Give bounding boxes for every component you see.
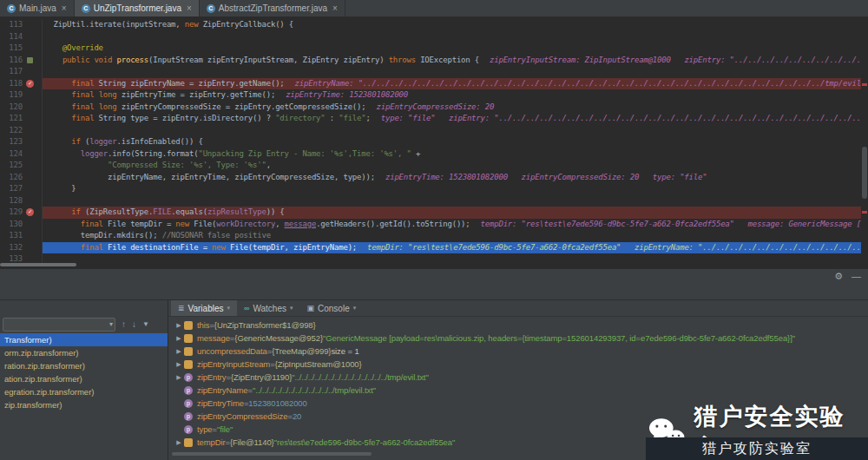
close-icon[interactable]: ×: [332, 3, 338, 13]
up-arrow-icon[interactable]: ↑: [122, 319, 126, 331]
code-segment: if: [71, 207, 80, 216]
field-icon: [184, 438, 193, 447]
code-text[interactable]: logger.info(String.format("Unpacking Zip…: [43, 148, 861, 161]
code-text[interactable]: }: [43, 183, 861, 195]
gutter-icon-slot: [23, 55, 42, 67]
editor-tab[interactable]: CUnZipTransformer.java×: [75, 0, 200, 16]
variable-row[interactable]: pzipEntryName = "../../../../../../../..…: [168, 384, 868, 397]
code-text[interactable]: final String type = zipEntry.isDirectory…: [43, 113, 861, 125]
code-text[interactable]: "Compressed Size: '%s', Type: '%s'",: [43, 160, 861, 172]
down-arrow-icon[interactable]: ↓: [132, 319, 136, 331]
tab-watches[interactable]: ∞Watches▾: [237, 300, 299, 316]
gutter-icon-slot: [23, 183, 42, 195]
code-text[interactable]: tempDir.mkdirs(); //NOSONAR false positi…: [43, 230, 861, 242]
tool-window-header: ⚙ —: [0, 268, 868, 300]
code-segment: File tempDir =: [103, 220, 176, 228]
code-editor[interactable]: 113 ZipUtil.iterate(inputStream, new Zip…: [0, 16, 868, 268]
gutter: 125: [0, 160, 43, 172]
expander-icon[interactable]: ▶: [174, 319, 184, 332]
gutter-icon-slot: [23, 230, 42, 242]
code-text[interactable]: if (ZipResultType.FILE.equals(zipResultT…: [43, 207, 861, 219]
code-text[interactable]: final long zipEntryCompressedSize = zipE…: [43, 102, 861, 114]
expander-icon[interactable]: ▶: [174, 436, 184, 449]
code-segment: .getHeaders().getId().toString());: [316, 220, 470, 228]
scrollbar-thumb[interactable]: [862, 147, 867, 199]
editor-horizontal-scrollbar[interactable]: [0, 263, 861, 267]
editor-lines: 113 ZipUtil.iterate(inputStream, new Zip…: [0, 19, 861, 266]
gutter: 124: [0, 148, 43, 161]
code-text[interactable]: [43, 66, 861, 78]
variable-text: {ZipInputStream@1000}: [275, 358, 362, 371]
tab-label: Watches: [253, 304, 286, 313]
expander-icon[interactable]: ▶: [174, 371, 184, 384]
scrollbar-thumb[interactable]: [0, 263, 76, 266]
code-text[interactable]: final File tempDir = new File(workDirect…: [43, 219, 861, 231]
code-text[interactable]: [43, 31, 861, 43]
expander-icon[interactable]: ▶: [174, 358, 184, 371]
editor-tab[interactable]: CAbstractZipTransformer.java×: [200, 0, 345, 16]
code-segment: "file": [339, 114, 365, 122]
breakpoint-icon[interactable]: ✓: [26, 80, 34, 88]
variable-text: {File@1140}: [230, 436, 274, 449]
editor-line: 120 final long zipEntryCompressedSize = …: [0, 102, 861, 114]
frame-row[interactable]: egration.zip.transformer): [0, 385, 168, 398]
editor-line: 130 final File tempDir = new File(workDi…: [0, 219, 861, 231]
code-text[interactable]: [43, 125, 861, 137]
code-segment: String zipEntryName = zipEntry.getName()…: [94, 79, 284, 88]
variable-row[interactable]: ▶uncompressedData = {TreeMap@999} size =…: [168, 345, 868, 358]
frame-row[interactable]: Transformer): [0, 333, 168, 346]
frame-row[interactable]: ration.zip.transformer): [0, 359, 168, 372]
gutter: 115: [0, 43, 43, 55]
code-text[interactable]: @Override: [43, 43, 861, 55]
code-text[interactable]: if (logger.isInfoEnabled()) {: [43, 136, 861, 148]
frame-row[interactable]: zip.transformer): [0, 398, 168, 411]
code-segment: String type = zipEntry.isDirectory() ?: [94, 114, 275, 122]
filter-icon[interactable]: ▼: [142, 319, 149, 331]
variable-text: "file": [217, 423, 233, 436]
chevron-down-icon: ▾: [353, 305, 357, 312]
close-icon[interactable]: ×: [62, 3, 67, 13]
code-text[interactable]: [43, 195, 861, 207]
variable-row[interactable]: ▶message = {GenericMessage@952} "Generic…: [168, 332, 868, 345]
code-segment: "directory": [275, 114, 325, 122]
expander-icon[interactable]: ▶: [174, 332, 184, 345]
frame-row[interactable]: ation.zip.transformer): [0, 372, 168, 385]
code-text[interactable]: final long zipEntryTime = zipEntry.getTi…: [43, 89, 861, 102]
code-text[interactable]: ZipUtil.iterate(inputStream, new ZipEntr…: [43, 19, 861, 31]
frames-panel: ▾ ↑ ↓ ▼ Transformer)orm.zip.transformer)…: [0, 300, 168, 460]
tab-variables[interactable]: ≣Variables▾: [171, 300, 237, 316]
variable-text: 1523801082000: [248, 397, 306, 410]
variable-row[interactable]: ▶this = {UnZipTransformer$1@998}: [168, 319, 868, 332]
code-text[interactable]: final String zipEntryName = zipEntry.get…: [43, 78, 861, 90]
debug-tab-bar: ≣Variables▾∞Watches▾▣Console▾: [168, 300, 868, 317]
frame-row[interactable]: orm.zip.transformer): [0, 346, 168, 359]
code-text[interactable]: zipEntryName, zipEntryTime, zipEntryComp…: [43, 172, 861, 184]
editor-tab[interactable]: CMain.java×: [0, 0, 75, 16]
expander-icon[interactable]: ▶: [174, 345, 184, 358]
code-segment: IOException {: [416, 56, 479, 64]
code-segment: @Override: [44, 43, 103, 52]
editor-vertical-scrollbar[interactable]: [861, 16, 868, 268]
code-segment: )) {: [266, 207, 285, 216]
variable-row[interactable]: ▶zipEntryInputStream = {ZipInputStream@1…: [168, 358, 868, 371]
watermark-banner: 猎户攻防实验室: [646, 437, 868, 460]
tab-console[interactable]: ▣Console▾: [299, 300, 363, 316]
gutter: 130: [0, 219, 43, 231]
line-number: 131: [0, 230, 23, 242]
code-segment: new: [212, 243, 226, 252]
hide-icon[interactable]: —: [852, 271, 861, 282]
code-segment: final: [71, 79, 94, 88]
variables-horizontal-scrollbar[interactable]: [172, 452, 372, 456]
code-text[interactable]: final File destinationFile = new File(te…: [43, 242, 861, 254]
gear-icon[interactable]: ⚙: [834, 271, 843, 282]
thread-selector[interactable]: ▾: [3, 318, 115, 332]
breakpoint-icon[interactable]: ✓: [26, 208, 34, 216]
code-segment: ,: [275, 220, 284, 228]
variable-row[interactable]: ▶pzipEntry = {ZipEntry@1190} "../../../.…: [168, 371, 868, 384]
code-text[interactable]: public void process(InputStream zipEntry…: [43, 55, 861, 67]
tab-label: Main.java: [19, 3, 56, 13]
line-number: 126: [0, 172, 23, 184]
close-icon[interactable]: ×: [187, 3, 192, 13]
code-segment: ZipEntryCallback() {: [198, 20, 293, 29]
gutter-icon-slot: [23, 102, 42, 114]
